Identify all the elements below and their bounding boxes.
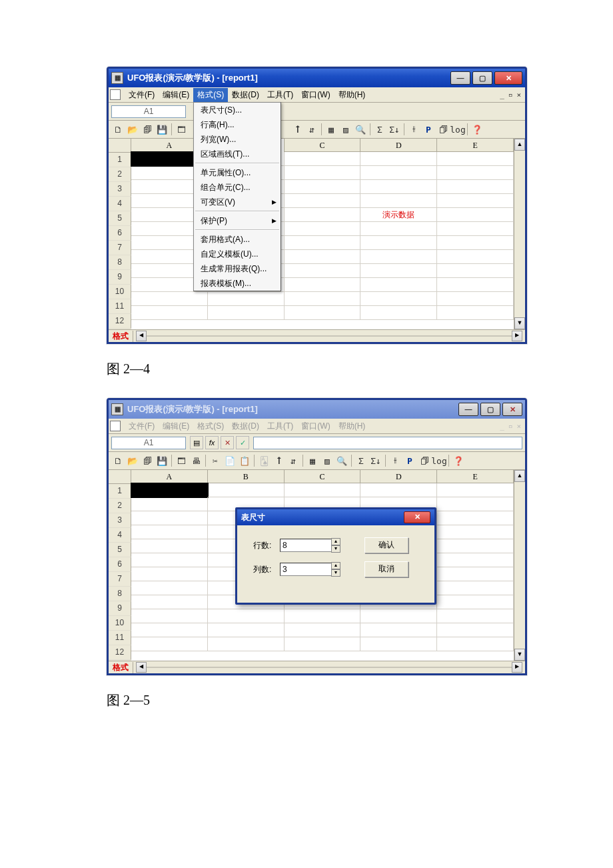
menu-tool[interactable]: 工具(T) bbox=[263, 88, 297, 102]
confirm-icon[interactable]: ✓ bbox=[236, 436, 249, 449]
help-icon[interactable]: ❓ bbox=[452, 454, 465, 467]
path-icon[interactable]: ⫳ bbox=[407, 123, 420, 136]
cells-area[interactable]: 表尺寸 ✕ 行数: ▲▼ 确认 列数: bbox=[131, 483, 514, 661]
menu-row-height[interactable]: 行高(H)... bbox=[194, 117, 281, 132]
grid-icon[interactable]: ▦ bbox=[324, 123, 338, 136]
grid-corner[interactable] bbox=[109, 470, 131, 484]
formula-input[interactable] bbox=[253, 437, 522, 449]
col-header[interactable]: E bbox=[437, 470, 514, 483]
path-icon[interactable]: ⫳ bbox=[388, 454, 402, 467]
row-header[interactable]: 10 bbox=[109, 616, 131, 631]
cell-demo-text[interactable]: 演示数据 bbox=[360, 208, 437, 222]
scroll-left-icon[interactable]: ◀ bbox=[136, 662, 147, 673]
sort-icon[interactable]: ⇵ bbox=[287, 454, 300, 467]
mdi-icon[interactable] bbox=[110, 89, 121, 100]
save-icon[interactable]: 💾 bbox=[155, 454, 169, 467]
maximize-button[interactable]: ▢ bbox=[472, 71, 492, 85]
horizontal-scrollbar[interactable]: ◀ ▶ bbox=[136, 663, 522, 672]
menu-window[interactable]: 窗口(W) bbox=[297, 88, 334, 102]
menu-table-size[interactable]: 表尺寸(S)... bbox=[194, 103, 281, 117]
menu-format[interactable]: 格式(S) bbox=[193, 419, 228, 433]
copy-icon[interactable]: 📄 bbox=[223, 454, 237, 467]
sort-icon[interactable]: ⇵ bbox=[305, 123, 318, 136]
col-header[interactable]: B bbox=[208, 470, 285, 483]
save-icon[interactable]: 💾 bbox=[155, 123, 169, 136]
new-icon[interactable]: 🗋 bbox=[111, 123, 125, 136]
menu-apply-format[interactable]: 套用格式(A)... bbox=[194, 232, 281, 247]
row-header[interactable]: 8 bbox=[109, 255, 131, 270]
col-header[interactable]: C bbox=[285, 470, 361, 483]
scroll-up-icon[interactable]: ▲ bbox=[514, 139, 525, 151]
scroll-down-icon[interactable]: ▼ bbox=[514, 317, 525, 329]
cell-reference[interactable]: A1 bbox=[111, 105, 186, 118]
row-header[interactable]: 5 bbox=[109, 211, 131, 226]
row-header[interactable]: 1 bbox=[109, 153, 131, 167]
open-icon[interactable]: 📂 bbox=[126, 123, 139, 136]
row-header[interactable]: 3 bbox=[109, 513, 131, 528]
status-mode[interactable]: 格式 bbox=[109, 331, 133, 342]
menu-file[interactable]: 文件(F) bbox=[125, 419, 159, 433]
chart-icon[interactable]: ▨ bbox=[320, 454, 334, 467]
menu-custom-template[interactable]: 自定义模板(U)... bbox=[194, 247, 281, 261]
p-icon[interactable]: P bbox=[403, 454, 416, 467]
minimize-button[interactable]: — bbox=[458, 403, 478, 416]
row-header[interactable]: 6 bbox=[109, 226, 131, 241]
row-header[interactable]: 4 bbox=[109, 528, 131, 543]
col-header[interactable]: A bbox=[131, 470, 208, 483]
vertical-scrollbar[interactable]: ▲ ▼ bbox=[514, 470, 525, 661]
rows-spinner[interactable]: ▲▼ bbox=[331, 538, 340, 553]
p-icon[interactable]: P bbox=[422, 123, 435, 136]
menu-col-width[interactable]: 列宽(W)... bbox=[194, 132, 281, 147]
col-header[interactable]: D bbox=[360, 139, 437, 152]
cut-icon[interactable]: ✂ bbox=[209, 454, 222, 467]
insert-icon[interactable]: ▤ bbox=[190, 436, 203, 449]
cancel-icon[interactable]: ✕ bbox=[221, 436, 234, 449]
menu-data[interactable]: 数据(D) bbox=[228, 419, 263, 433]
row-header[interactable]: 2 bbox=[109, 499, 131, 513]
col-header[interactable]: E bbox=[437, 139, 514, 152]
row-header[interactable]: 7 bbox=[109, 241, 131, 255]
fx-icon[interactable]: fx bbox=[205, 436, 219, 449]
row-header[interactable]: 2 bbox=[109, 167, 131, 182]
menu-tool[interactable]: 工具(T) bbox=[263, 419, 297, 433]
menu-gen-report[interactable]: 生成常用报表(Q)... bbox=[194, 261, 281, 276]
close-button[interactable]: ✕ bbox=[502, 403, 522, 416]
minimize-button[interactable]: — bbox=[450, 71, 470, 85]
row-header[interactable]: 7 bbox=[109, 572, 131, 587]
row-header[interactable]: 3 bbox=[109, 182, 131, 197]
chart-icon[interactable]: ▨ bbox=[339, 123, 352, 136]
cell-reference[interactable]: A1 bbox=[111, 437, 186, 449]
row-header[interactable]: 10 bbox=[109, 285, 131, 299]
row-header[interactable]: 9 bbox=[109, 601, 131, 616]
dialog-close-button[interactable]: ✕ bbox=[404, 511, 430, 523]
page-icon[interactable]: 🗍 bbox=[418, 454, 431, 467]
menu-data[interactable]: 数据(D) bbox=[228, 88, 263, 102]
log-icon[interactable]: log bbox=[432, 454, 446, 467]
menu-protect[interactable]: 保护(P)▶ bbox=[194, 213, 281, 228]
mdi-icon[interactable] bbox=[110, 421, 121, 431]
col-header[interactable]: D bbox=[360, 470, 437, 483]
sum-icon[interactable]: Σ bbox=[373, 123, 386, 136]
menu-window[interactable]: 窗口(W) bbox=[297, 419, 334, 433]
mdi-minimize[interactable]: _ bbox=[500, 422, 504, 431]
menu-cell-prop[interactable]: 单元属性(O)... bbox=[194, 165, 281, 180]
vertical-scrollbar[interactable]: ▲ ▼ bbox=[514, 139, 525, 329]
preview-icon[interactable]: 🗔 bbox=[175, 123, 188, 136]
find-icon[interactable]: 🔍 bbox=[335, 454, 348, 467]
scroll-up-icon[interactable]: ▲ bbox=[514, 470, 525, 482]
mdi-close[interactable]: × bbox=[516, 422, 521, 431]
grid-corner[interactable] bbox=[109, 139, 131, 153]
row-header[interactable]: 11 bbox=[109, 299, 131, 314]
menu-variable-area[interactable]: 可变区(V)▶ bbox=[194, 195, 281, 209]
menu-edit[interactable]: 编辑(E) bbox=[159, 419, 193, 433]
cancel-button[interactable]: 取消 bbox=[364, 561, 408, 577]
sumsort-icon[interactable]: Σ↓ bbox=[369, 454, 382, 467]
copybook-icon[interactable]: 🗐 bbox=[141, 123, 154, 136]
row-header[interactable]: 12 bbox=[109, 314, 131, 329]
find-icon[interactable]: 🔍 bbox=[354, 123, 367, 136]
scroll-down-icon[interactable]: ▼ bbox=[514, 649, 525, 661]
rows-input[interactable] bbox=[280, 539, 332, 552]
new-icon[interactable]: 🗋 bbox=[111, 454, 125, 467]
ok-button[interactable]: 确认 bbox=[364, 537, 408, 553]
arrow-icon[interactable]: 🠕 bbox=[272, 454, 285, 467]
